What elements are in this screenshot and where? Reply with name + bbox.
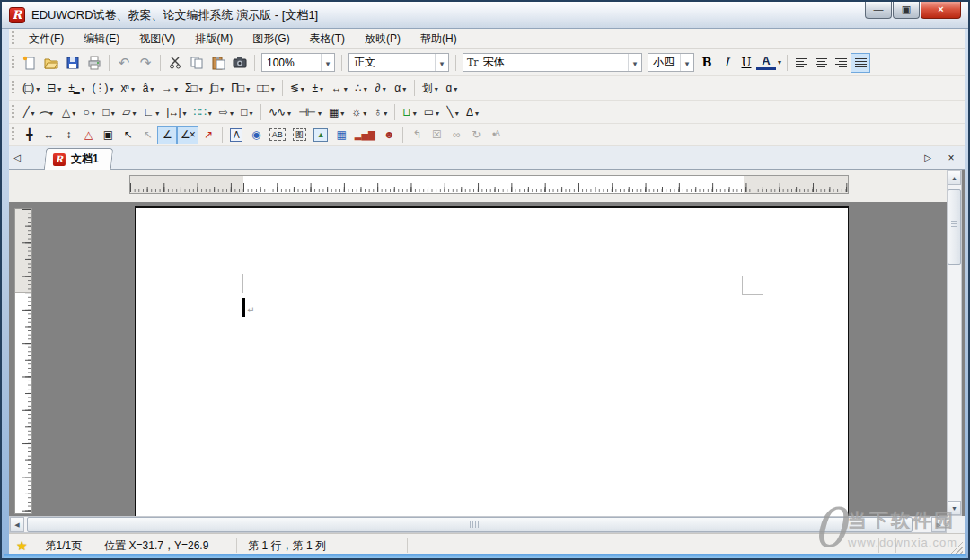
bell-tool[interactable]: ♁ [370, 102, 391, 121]
align-right-button[interactable] [831, 53, 851, 73]
toolbar-grip[interactable] [12, 31, 14, 46]
angle-tool[interactable]: ∠ [157, 126, 177, 144]
mode-toggle[interactable] [930, 538, 947, 553]
pinyin-tool[interactable]: ɑ [442, 79, 462, 98]
chevron-down-icon[interactable] [381, 106, 387, 118]
array-tool[interactable]: □□ [253, 79, 278, 98]
chevron-down-icon[interactable] [298, 82, 304, 94]
vertical-ruler[interactable] [14, 208, 32, 514]
chevron-down-icon[interactable] [453, 106, 459, 118]
menu-item[interactable]: 文件(F) [19, 29, 74, 49]
therefore-tool[interactable]: ∴ [351, 79, 371, 98]
chevron-down-icon[interactable] [197, 82, 203, 94]
chevron-down-icon[interactable] [432, 82, 438, 94]
group-tool[interactable]: ∞ [446, 126, 466, 144]
accent-tool[interactable]: â [138, 79, 158, 98]
move-tool[interactable]: ╋ [19, 126, 39, 144]
chevron-down-icon[interactable] [433, 106, 439, 118]
menu-item[interactable]: 帮助(H) [410, 29, 467, 49]
font-color-dropdown[interactable]: ▾ [776, 58, 783, 66]
chevron-down-icon[interactable] [435, 54, 448, 71]
insert-chart-tool[interactable]: ▂▅▇ [351, 126, 379, 144]
title-bar[interactable]: R EDUWORD试卷、教案、论文编排系统 演示版 - [文档1] — ▣ × [2, 2, 968, 29]
font-combo[interactable]: Tr 宋体 [463, 53, 642, 72]
toolbar-grip[interactable] [12, 56, 14, 70]
chevron-down-icon[interactable] [317, 82, 323, 94]
import-tool[interactable]: ↰ [407, 126, 427, 144]
style-combo[interactable]: 正文 [348, 53, 449, 72]
chevron-down-icon[interactable] [181, 106, 187, 118]
move-vertical-tool[interactable]: ↕ [58, 126, 78, 144]
align-equals-tool[interactable]: ±‗ [65, 79, 88, 98]
chevron-down-icon[interactable] [285, 106, 291, 118]
vertical-scrollbar[interactable]: ▲ ▼ [947, 170, 962, 516]
chevron-down-icon[interactable] [628, 54, 641, 71]
tab-scroll-left-button[interactable]: ◁ [9, 150, 25, 166]
horizontal-scrollbar-thumb[interactable] [27, 517, 913, 532]
partial-tool[interactable]: ∂ [371, 79, 391, 98]
flask-tool[interactable]: Δ [463, 102, 482, 121]
chevron-down-icon[interactable] [269, 82, 275, 94]
font-size-combo[interactable]: 小四 [648, 53, 694, 72]
mode-toggle[interactable] [913, 538, 930, 553]
menu-item[interactable]: 编辑(E) [74, 29, 129, 49]
dimension-tool[interactable]: |↔| [163, 102, 190, 121]
tab-close-button[interactable]: × [943, 150, 959, 166]
align-left-button[interactable] [791, 53, 811, 73]
close-button[interactable]: × [921, 2, 961, 19]
double-arrow-tool[interactable]: ↔ [328, 79, 351, 98]
resize-grip[interactable] [950, 541, 963, 554]
relation-symbol-tool[interactable]: ≶ [287, 79, 308, 98]
chevron-down-icon[interactable] [227, 106, 234, 118]
tab-scroll-right-button[interactable]: ▷ [920, 150, 936, 166]
chevron-down-icon[interactable] [147, 82, 154, 94]
fraction-tool[interactable]: ⊟ [43, 79, 65, 98]
textbox-tool[interactable]: AB [266, 126, 289, 144]
ellipse-tool[interactable]: ○ [79, 102, 99, 121]
scroll-left-button[interactable]: ◀ [10, 517, 24, 532]
chevron-down-icon[interactable] [69, 106, 75, 118]
chevron-down-icon[interactable] [380, 82, 386, 94]
underline-button[interactable]: U [736, 53, 756, 73]
chevron-down-icon[interactable] [451, 82, 457, 94]
favorite-star-icon[interactable]: ★ [16, 538, 28, 553]
vertical-scrollbar-thumb[interactable] [948, 189, 961, 265]
chevron-down-icon[interactable] [89, 106, 95, 118]
chevron-down-icon[interactable] [321, 54, 334, 71]
grid-tool[interactable]: ∷∷ [190, 102, 216, 121]
save-button[interactable] [62, 52, 84, 74]
chevron-down-icon[interactable] [79, 82, 85, 94]
plus-minus-tool[interactable]: ± [308, 79, 328, 98]
script-tool[interactable]: xⁿ [118, 79, 138, 98]
beaker-tool[interactable]: ⊔ [399, 102, 419, 121]
menu-item[interactable]: 图形(G) [242, 29, 299, 49]
tab-document1[interactable]: R 文档1 [44, 148, 113, 170]
scroll-right-button[interactable]: ▶ [931, 517, 946, 532]
move-horizontal-tool[interactable]: ↔ [39, 126, 58, 144]
chevron-down-icon[interactable] [153, 106, 159, 118]
resistor-tool[interactable]: ▦ [325, 102, 348, 121]
mode-toggle[interactable] [879, 538, 896, 553]
screenshot-button[interactable] [229, 52, 251, 74]
product-tool[interactable]: Π□ [227, 79, 253, 98]
frame-tool[interactable]: □ [237, 102, 257, 121]
triangle-tool[interactable]: △ [58, 102, 79, 121]
coil-tool[interactable]: ∿∿ [265, 102, 295, 121]
cube-tool[interactable]: ▱ [119, 102, 139, 121]
chevron-down-icon[interactable] [217, 82, 224, 94]
insert-table-tool[interactable]: ▦ [331, 126, 351, 144]
chevron-down-icon[interactable] [55, 82, 61, 94]
redo-button[interactable]: ↷ [135, 52, 156, 74]
select-alt-tool[interactable]: ↖ [137, 126, 157, 144]
summation-tool[interactable]: Σ□ [181, 79, 207, 98]
chevron-down-icon[interactable] [109, 106, 115, 118]
menu-item[interactable]: 放映(P) [355, 29, 410, 49]
bold-button[interactable]: B [697, 53, 717, 73]
chevron-down-icon[interactable] [129, 106, 136, 118]
print-button[interactable] [84, 52, 105, 74]
toolbar-grip[interactable] [12, 105, 14, 119]
remove-picture-tool[interactable]: ☒ [427, 126, 446, 144]
mode-toggle[interactable] [896, 538, 913, 553]
measure-line-tool[interactable]: ↗ [198, 126, 218, 144]
scroll-up-button[interactable]: ▲ [948, 171, 961, 185]
